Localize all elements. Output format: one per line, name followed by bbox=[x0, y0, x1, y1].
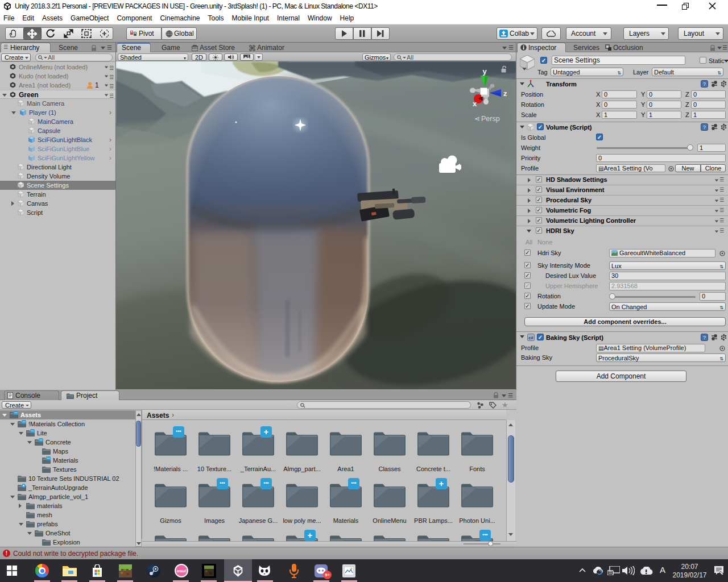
svg-text:?: ? bbox=[703, 124, 706, 130]
svg-text:⋖: ⋖ bbox=[474, 115, 480, 123]
svg-text:x: x bbox=[473, 99, 477, 108]
svg-text:z: z bbox=[503, 89, 507, 98]
svg-text:y: y bbox=[482, 67, 487, 76]
svg-text:?: ? bbox=[703, 335, 706, 340]
svg-text:c#: c# bbox=[528, 335, 533, 340]
svg-text:?: ? bbox=[703, 81, 706, 87]
svg-text:Persp: Persp bbox=[481, 115, 500, 123]
